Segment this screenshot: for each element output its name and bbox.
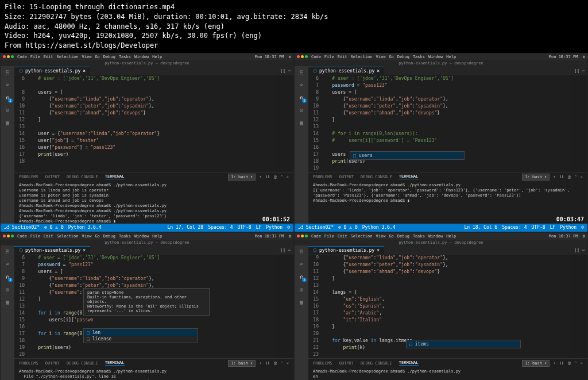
close-icon[interactable]: ×: [377, 68, 380, 74]
mac-menu-item[interactable]: Edit: [44, 55, 53, 59]
mac-menu-item[interactable]: Window: [428, 55, 443, 59]
editor-tab[interactable]: ⬡ python-essentials.py ×: [14, 67, 90, 75]
status-item[interactable]: ⎇ Section02*: [298, 225, 334, 230]
mac-menu-item[interactable]: Code: [17, 55, 27, 59]
panel-tab[interactable]: OUTPUT: [45, 175, 60, 179]
trash-icon[interactable]: 🗑: [273, 361, 277, 366]
mac-menu-item[interactable]: Go: [389, 234, 393, 239]
panel-tab[interactable]: PROBLEMS: [19, 175, 38, 179]
terminal-selector[interactable]: 1: bash ▾: [522, 360, 550, 367]
minimap[interactable]: [276, 75, 293, 172]
mac-menu-item[interactable]: Tasks: [413, 234, 425, 239]
mac-menu-item[interactable]: Edit: [44, 234, 53, 239]
terminal-selector[interactable]: 1: bash ▾: [522, 174, 550, 181]
terminal-output[interactable]: Ahmads-MacBook-Pro:devopsdegree ahmad$ .…: [14, 182, 293, 224]
mac-menu-item[interactable]: Debug: [397, 55, 409, 59]
minimap[interactable]: [276, 255, 293, 358]
mac-menu-item[interactable]: Debug: [103, 55, 115, 59]
status-item[interactable]: ⎇ Section02*: [4, 225, 40, 230]
mac-menu-item[interactable]: Help: [446, 234, 456, 239]
mac-menu-item[interactable]: File: [324, 234, 334, 239]
split-icon[interactable]: ⫿⫿: [574, 247, 580, 253]
status-item[interactable]: Python: [560, 225, 577, 230]
split-terminal-icon[interactable]: ⫿⫿: [265, 175, 270, 179]
mac-menu-item[interactable]: Edit: [338, 234, 347, 239]
status-item[interactable]: Python: [266, 225, 283, 230]
maximize-icon[interactable]: ^: [575, 361, 577, 366]
status-item[interactable]: ⊘ 0 ⚠ 0: [338, 225, 358, 230]
more-icon[interactable]: ⋯: [288, 68, 291, 74]
mac-menu-item[interactable]: Code: [311, 55, 321, 59]
split-icon[interactable]: ⫿⫿: [280, 68, 286, 74]
mac-menu-item[interactable]: Debug: [103, 234, 115, 239]
more-icon[interactable]: ⋯: [288, 247, 291, 253]
close-icon[interactable]: ×: [83, 248, 86, 253]
debug-icon[interactable]: ⊘: [297, 286, 305, 294]
extensions-icon[interactable]: ▦: [297, 119, 305, 127]
panel-tab[interactable]: DEBUG CONSOLE: [361, 175, 392, 179]
panel-tab[interactable]: PROBLEMS: [19, 361, 38, 366]
status-item[interactable]: UTF-8: [238, 225, 252, 230]
panel-tab[interactable]: DEBUG CONSOLE: [361, 361, 392, 366]
mac-menu-item[interactable]: Help: [152, 234, 162, 239]
panel-tab[interactable]: PROBLEMS: [313, 175, 332, 179]
panel-tab[interactable]: TERMINAL: [105, 174, 125, 179]
panel-tab[interactable]: TERMINAL: [105, 360, 125, 366]
close-icon[interactable]: ×: [83, 68, 86, 74]
extensions-icon[interactable]: ▦: [297, 298, 305, 306]
mac-menu-item[interactable]: Tasks: [119, 55, 131, 59]
terminal-output[interactable]: Ahmads-MacBook-Pro:devopsdegree ahmad$ .…: [308, 368, 587, 380]
panel-tab[interactable]: DEBUG CONSOLE: [67, 361, 98, 366]
mac-menu-item[interactable]: Code: [311, 234, 321, 239]
editor-tab[interactable]: ⬡ python-essentials.py ×: [308, 246, 384, 254]
extensions-icon[interactable]: ▦: [3, 298, 11, 306]
editor-tab[interactable]: ⬡ python-essentials.py ×: [308, 67, 384, 75]
panel-tab[interactable]: OUTPUT: [45, 361, 60, 366]
terminal-selector[interactable]: 1: bash ▾: [228, 360, 256, 367]
code-editor[interactable]: 91011121314151617181920212223 {"username…: [308, 255, 587, 358]
panel-tab[interactable]: DEBUG CONSOLE: [67, 175, 98, 179]
terminal-selector[interactable]: 1: bash ▾: [228, 174, 256, 181]
mac-menu-item[interactable]: Window: [134, 55, 149, 59]
new-terminal-icon[interactable]: +: [553, 361, 555, 366]
terminal-output[interactable]: Ahmads-MacBook-Pro:devopsdegree ahmad$ .…: [14, 368, 293, 380]
close-panel-icon[interactable]: ×: [287, 361, 289, 366]
minimap[interactable]: [570, 75, 587, 172]
status-item[interactable]: Spaces: 4: [502, 225, 527, 230]
status-item[interactable]: Python 3.6.4: [362, 225, 396, 230]
mac-menu-item[interactable]: Edit: [338, 55, 347, 59]
explorer-icon[interactable]: ⎘: [3, 68, 11, 76]
terminal-output[interactable]: Ahmads-MacBook-Pro:devopsdegree ahmad$ .…: [308, 182, 587, 224]
more-icon[interactable]: ⋯: [582, 247, 585, 253]
trash-icon[interactable]: 🗑: [567, 175, 571, 179]
maximize-icon[interactable]: ^: [281, 175, 283, 179]
mac-menu-item[interactable]: Help: [446, 55, 456, 59]
mac-menu-item[interactable]: Window: [134, 234, 149, 239]
code-editor[interactable]: 689101112131415161718 # user = ['jdoe','…: [14, 75, 293, 172]
mac-menu-item[interactable]: Go: [95, 234, 99, 239]
panel-tab[interactable]: PROBLEMS: [313, 361, 332, 366]
debug-icon[interactable]: ⊘: [3, 286, 11, 294]
status-item[interactable]: ⊘ 0 ⚠ 0: [44, 225, 64, 230]
split-terminal-icon[interactable]: ⫿⫿: [265, 361, 270, 366]
explorer-icon[interactable]: ⎘: [297, 68, 305, 76]
scm-icon[interactable]: ⎌2: [3, 94, 11, 102]
mac-menu-item[interactable]: File: [30, 55, 40, 59]
panel-tab[interactable]: OUTPUT: [339, 175, 354, 179]
mac-menu-item[interactable]: Go: [95, 55, 99, 59]
mac-menu-item[interactable]: Selection: [351, 234, 373, 239]
split-terminal-icon[interactable]: ⫿⫿: [559, 175, 564, 179]
mac-menu-item[interactable]: View: [376, 234, 386, 239]
close-panel-icon[interactable]: ×: [581, 361, 583, 366]
search-icon[interactable]: ⌕: [297, 81, 305, 89]
split-terminal-icon[interactable]: ⫿⫿: [559, 361, 564, 366]
mac-menu-item[interactable]: Window: [428, 234, 443, 239]
split-icon[interactable]: ⫿⫿: [280, 247, 286, 253]
notification-icon[interactable]: ☺: [581, 225, 584, 230]
scm-icon[interactable]: ⎌2: [297, 94, 305, 102]
new-terminal-icon[interactable]: +: [259, 175, 261, 179]
editor-tab[interactable]: ⬡ python-essentials.py ×: [14, 246, 90, 254]
mac-menu-item[interactable]: View: [82, 55, 92, 59]
new-terminal-icon[interactable]: +: [259, 361, 261, 366]
mac-menu-item[interactable]: File: [30, 234, 40, 239]
